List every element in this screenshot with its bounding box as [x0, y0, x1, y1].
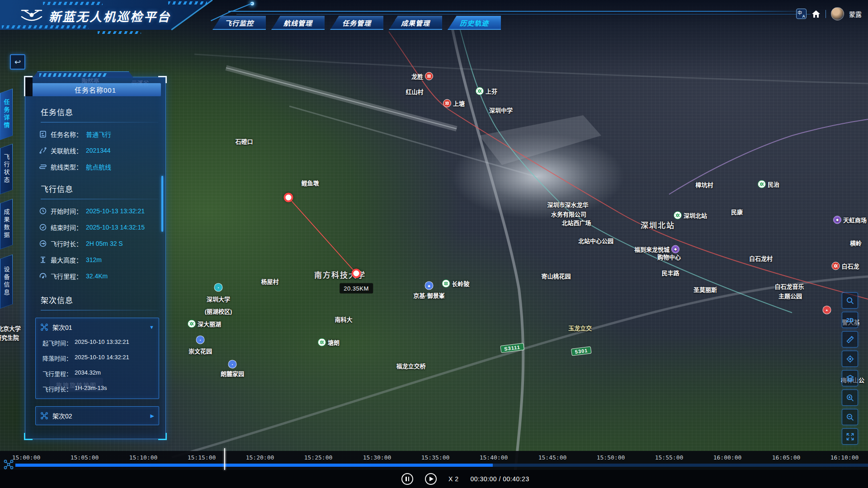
play-icon [429, 477, 434, 481]
nav-tab-history-track[interactable]: 历史轨迹 [448, 16, 501, 30]
language-toggle-icon[interactable]: 中 A [796, 9, 807, 19]
info-label: 结束时间： [51, 223, 82, 232]
info-value: 2H 05m 32 S [86, 240, 123, 247]
map-label: 龙胜 [411, 72, 433, 80]
map-tool-locate[interactable] [842, 351, 858, 367]
nav-tab-flight-monitor[interactable]: 飞行监控 [212, 16, 266, 30]
play-button[interactable] [425, 473, 437, 485]
info-value: 312m [86, 256, 102, 263]
timeline-tick: 15:35:00 [421, 454, 450, 461]
track-end-marker [352, 269, 361, 278]
metro-station-icon [318, 338, 326, 346]
timeline-playhead[interactable] [224, 448, 225, 470]
sortie-title: 架次01 [52, 323, 72, 332]
pause-button[interactable] [401, 473, 413, 485]
home-icon[interactable] [811, 9, 821, 19]
poi-icon: ◆ [425, 282, 434, 290]
metro-station-icon [443, 99, 451, 107]
sidebar-tab-label: 任务详情 [2, 99, 11, 130]
user-cluster: 中 A 蒙露 [796, 7, 862, 20]
map-tool-layers[interactable] [842, 370, 858, 386]
timeline-drone-icon [3, 459, 14, 472]
map-label: 主题公园 [778, 291, 802, 300]
mileage-icon [39, 272, 47, 280]
header-decor-line [228, 11, 816, 12]
map-label: 白石龙 [831, 262, 859, 270]
sortie-label: 飞行时长： [42, 385, 72, 393]
map-tool-search[interactable] [842, 292, 858, 309]
map-label: ◆ 天虹商场 [833, 216, 867, 224]
info-value: 普通飞行 [86, 130, 111, 139]
map-label: 南科大 [335, 315, 352, 324]
2d-icon: 2D [846, 317, 854, 324]
nav-tab-task-management[interactable]: 任务管理 [330, 16, 383, 30]
drone-icon [40, 323, 48, 331]
info-value: 32.4Km [86, 272, 108, 280]
map-tool-zoom-out[interactable] [842, 409, 858, 425]
map-label: 研究生院 [0, 333, 19, 342]
clock-icon [39, 207, 47, 215]
map-label: 崇文花园 [189, 347, 212, 355]
info-row-max-altitude: 最大高度： 312m [39, 255, 165, 264]
sortie-01-header[interactable]: 架次01 ▼ [40, 323, 154, 332]
timeline-track[interactable] [15, 464, 868, 467]
star-poi-icon: ★ [823, 306, 831, 314]
info-value: 航点航线 [86, 162, 111, 171]
info-value: 2025-10-13 13:32:21 [86, 207, 145, 215]
poi-icon: ▪ [228, 360, 237, 369]
sortie-row-duration: 飞行时长： 1H-23m-13s [42, 385, 154, 393]
nav-tab-route-management[interactable]: 航线管理 [271, 16, 325, 30]
timeline-progress [15, 464, 493, 467]
map-label: 长岭陂 [442, 279, 469, 288]
sidebar-tab-flight-status[interactable]: 飞行状态 [0, 144, 13, 194]
avatar[interactable] [831, 7, 844, 20]
map-tool-zoom-in[interactable] [842, 389, 858, 406]
info-row-duration: 飞行时长： 2H 05m 32 S [39, 239, 165, 248]
map-tool-fullscreen[interactable] [842, 428, 858, 445]
metro-station-icon [831, 262, 840, 270]
sortie-value: 2025-10-10 14:32:21 [75, 354, 129, 362]
hatch-decor [168, 1, 207, 5]
chevron-right-icon[interactable]: ▶ [151, 413, 154, 419]
section-title-sortie-info: 架次信息 [41, 294, 165, 305]
playback-speed[interactable]: X 2 [448, 475, 459, 483]
panel-scrollbar[interactable] [161, 176, 163, 232]
map-label: 深圳北站 [674, 211, 707, 220]
chevron-down-icon[interactable]: ▼ [149, 324, 154, 330]
sortie-02-header[interactable]: 架次02 ▶ [40, 411, 154, 420]
map-label: 樟坑村 [695, 180, 713, 189]
map-label: 上塘 [443, 99, 465, 108]
map-label: 塘朗 [318, 338, 340, 347]
mall-poi-icon: ◆ [833, 216, 841, 224]
map-tool-2d[interactable]: 2D [842, 312, 858, 328]
route-link-icon [39, 146, 47, 155]
map-label: 深圳市深水龙华 [547, 200, 588, 209]
map-label-text: 深圳北站 [684, 211, 707, 220]
route-type-icon [39, 163, 47, 171]
sidebar-tab-results-data[interactable]: 成果数据 [0, 199, 13, 249]
info-row-mileage: 飞行里程： 32.4Km [39, 272, 165, 281]
info-label: 开始时间： [51, 206, 82, 216]
info-label: 飞行里程： [51, 272, 82, 281]
sidebar-tab-task-details[interactable]: 任务详情 [0, 89, 13, 140]
timeline-bar[interactable]: 15:00:00 15:05:00 15:10:00 15:15:00 15:2… [0, 451, 868, 470]
sortie-value: 1H-23m-13s [75, 385, 107, 393]
info-row-task-name: 任务名称： 普通飞行 [39, 130, 165, 139]
timeline-tick: 16:10:00 [830, 454, 859, 461]
sortie-label: 飞行里程： [42, 369, 72, 378]
map-tool-measure[interactable] [842, 331, 858, 347]
map-label: 红山村 [406, 87, 423, 96]
timeline-tick: 16:05:00 [772, 454, 801, 461]
panel-title: 任务名称001 [30, 83, 161, 96]
map-label: 上芬 [476, 87, 497, 95]
map-label: 北京大学 [0, 324, 21, 333]
map-label: 石磴口 [235, 137, 253, 145]
sidebar-tab-device-info[interactable]: 设备信息 [0, 254, 13, 309]
section-divider [41, 122, 158, 122]
section-divider [41, 310, 158, 310]
map-label: 民康 [731, 207, 743, 216]
timeline-tick: 16:00:00 [713, 454, 742, 461]
back-button[interactable]: ↩ [10, 54, 25, 70]
map-label: 民丰路 [661, 268, 679, 277]
nav-tab-results-management[interactable]: 成果管理 [389, 16, 442, 30]
